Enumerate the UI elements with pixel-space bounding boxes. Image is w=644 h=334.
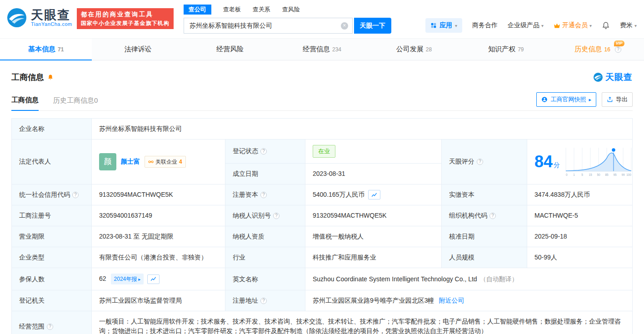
nav-apps[interactable]: 应用 ▾ xyxy=(425,18,462,33)
help-icon[interactable]: ? xyxy=(72,192,79,198)
tab-intellectual-property[interactable]: 知识产权 79 xyxy=(460,39,552,60)
nearby-companies-link[interactable]: 附近公司 xyxy=(439,297,464,304)
insured-trend-chart-button[interactable] xyxy=(147,274,160,284)
field-label: 行业 xyxy=(225,247,305,268)
svg-text:99: 99 xyxy=(621,173,625,176)
tab-count: 79 xyxy=(518,46,524,53)
subtab-history-business-info[interactable]: 历史工商信息0 xyxy=(53,96,98,110)
field-label: 核准日期 xyxy=(442,226,527,247)
tab-history-info[interactable]: VIP 历史信息 16 ? xyxy=(552,39,644,60)
tianyan-score-cell: 84分 xyxy=(527,140,633,184)
svg-text:85: 85 xyxy=(605,173,609,176)
svg-text:15: 15 xyxy=(589,173,592,176)
tianyancha-logo-icon xyxy=(593,72,603,82)
tab-count: 234 xyxy=(332,46,341,53)
nav-user-menu[interactable]: 费米 ▾ xyxy=(620,21,637,30)
annual-report-badge[interactable]: 2024年报▸ xyxy=(111,274,144,284)
field-label: 纳税人识别号? xyxy=(225,205,305,226)
credit-code-value: 91320594MACTHWQE5K xyxy=(92,184,225,205)
help-icon[interactable]: ? xyxy=(260,148,267,155)
search-button[interactable]: 天眼一下 xyxy=(354,18,391,34)
snapshot-icon xyxy=(541,96,548,103)
chevron-down-icon: ▾ xyxy=(634,23,637,28)
tab-operation-risk[interactable]: 经营风险 xyxy=(184,39,276,60)
nav-open-vip[interactable]: 开通会员 ▾ xyxy=(554,21,592,30)
search-tab-company[interactable]: 查公司 xyxy=(184,5,211,15)
field-label: 英文名称 xyxy=(225,268,305,290)
tab-label: 经营信息 xyxy=(303,45,330,54)
search-block: 查公司 查老板 查关系 查风险 × 天眼一下 xyxy=(184,5,391,34)
nav-username: 费米 xyxy=(620,21,633,30)
export-button[interactable]: 导出 xyxy=(602,92,633,107)
english-name-value: Suzhou Coordinate System Intelligent Tec… xyxy=(313,275,477,283)
capital-trend-chart-button[interactable] xyxy=(368,190,380,199)
help-icon[interactable]: ? xyxy=(47,324,53,330)
tab-label: 经营风险 xyxy=(216,45,244,54)
tianyancha-watermark: 天眼查 xyxy=(593,71,633,83)
vip-badge: VIP xyxy=(614,40,625,46)
table-row: 工商注册号 320594001637149 纳税人识别号? 91320594MA… xyxy=(12,205,633,226)
reg-capital-value: 5400.165万人民币 xyxy=(313,191,364,198)
nav-vip-label: 开通会员 xyxy=(562,21,588,30)
search-tabs: 查公司 查老板 查关系 查风险 xyxy=(184,5,391,15)
watermark-brand: 天眼查 xyxy=(605,71,633,83)
search-input[interactable] xyxy=(190,22,341,30)
tianyancha-logo[interactable]: 天眼查 TianYanCha.com xyxy=(6,7,72,28)
section-title: 工商信息 xyxy=(11,72,44,83)
table-row: 登记机关 苏州工业园区市场监督管理局 注册地址? 苏州工业园区展业路9号唯亭产业… xyxy=(12,290,633,311)
help-icon[interactable]: ? xyxy=(489,213,496,219)
field-label: 登记机关 xyxy=(12,290,92,311)
field-label: 组织机构代码? xyxy=(442,205,527,226)
nav-products-label: 企业级产品 xyxy=(508,21,539,30)
tab-operation-info[interactable]: 经营信息 234 xyxy=(276,39,368,60)
avatar[interactable]: 颜 xyxy=(99,153,116,170)
tab-label: 基本信息 xyxy=(28,45,55,54)
subtabs-row: 工商信息 历史工商信息0 工商官网快照 ▸ xyxy=(11,92,633,111)
table-row: 企业名称 苏州坐标系智能科技有限公司 xyxy=(12,119,633,140)
tab-label: 知识产权 xyxy=(488,45,515,54)
reg-authority-value: 苏州工业园区市场监督管理局 xyxy=(92,290,225,311)
search-row: × 天眼一下 xyxy=(184,18,391,34)
help-icon[interactable]: ? xyxy=(273,213,280,219)
related-companies-tag[interactable]: 关联企业 4 xyxy=(145,156,186,168)
help-icon[interactable]: ? xyxy=(260,298,267,304)
chevron-down-icon: ▾ xyxy=(541,23,544,28)
taxpayer-id-value: 91320594MACTHWQE5K xyxy=(305,205,442,226)
svg-text:0: 0 xyxy=(566,173,568,176)
table-row: 经营范围? 一般项目：人工智能应用软件开发；技术服务、技术开发、技术咨询、技术交… xyxy=(12,311,633,334)
logo-domain: TianYanCha.com xyxy=(31,21,72,27)
search-tab-boss[interactable]: 查老板 xyxy=(223,5,241,14)
search-tab-relation[interactable]: 查关系 xyxy=(253,5,270,14)
help-icon[interactable]: ? xyxy=(615,46,621,53)
tab-legal-litigation[interactable]: 法律诉讼 xyxy=(92,39,184,60)
field-label: 企业类型 xyxy=(12,247,92,268)
help-icon[interactable]: ? xyxy=(260,192,267,198)
header-nav: 应用 ▾ 商务合作 企业级产品 ▾ 开通会员 ▾ xyxy=(425,18,637,33)
legal-rep-link[interactable]: 颜士富 xyxy=(121,157,140,166)
field-label: 统一社会信用代码? xyxy=(12,184,92,205)
clear-search-icon[interactable]: × xyxy=(341,22,348,30)
logo-text: 天眼查 TianYanCha.com xyxy=(31,9,72,27)
help-icon[interactable]: ? xyxy=(477,159,483,165)
tianyancha-logo-icon xyxy=(6,7,27,28)
subtab-actions: 工商官网快照 ▸ 导出 xyxy=(536,92,633,110)
nav-cooperation[interactable]: 商务合作 xyxy=(472,21,498,30)
business-scope-value: 一般项目：人工智能应用软件开发；技术服务、技术开发、技术咨询、技术交流、技术转让… xyxy=(92,311,633,334)
tab-basic-info[interactable]: 基本信息 71 xyxy=(0,39,92,60)
field-label: 登记状态? xyxy=(225,140,305,164)
field-label: 注册资本? xyxy=(225,184,305,205)
subtab-business-info[interactable]: 工商信息 xyxy=(11,96,39,111)
tab-label: 法律诉讼 xyxy=(125,45,152,54)
nav-enterprise-products[interactable]: 企业级产品 ▾ xyxy=(508,21,544,30)
subscribe-bell-icon[interactable] xyxy=(47,74,54,80)
taxpayer-quality-value: 增值税一般纳税人 xyxy=(305,226,442,247)
business-snapshot-button[interactable]: 工商官网快照 ▸ xyxy=(536,92,596,107)
tab-label: 公司发展 xyxy=(396,45,424,54)
reg-address-value: 苏州工业园区展业路9号唯亭产业园北区3幢 xyxy=(313,297,434,304)
arrow-right-icon: ▸ xyxy=(138,276,140,283)
notifications-button[interactable] xyxy=(602,21,610,30)
business-term-value: 2023-08-31 至 无固定期限 xyxy=(92,226,225,247)
tab-company-development[interactable]: 公司发展 28 xyxy=(368,39,460,60)
english-name-cell: Suzhou Coordinate System Intelligent Tec… xyxy=(305,268,633,290)
search-tab-risk[interactable]: 查风险 xyxy=(282,5,300,14)
